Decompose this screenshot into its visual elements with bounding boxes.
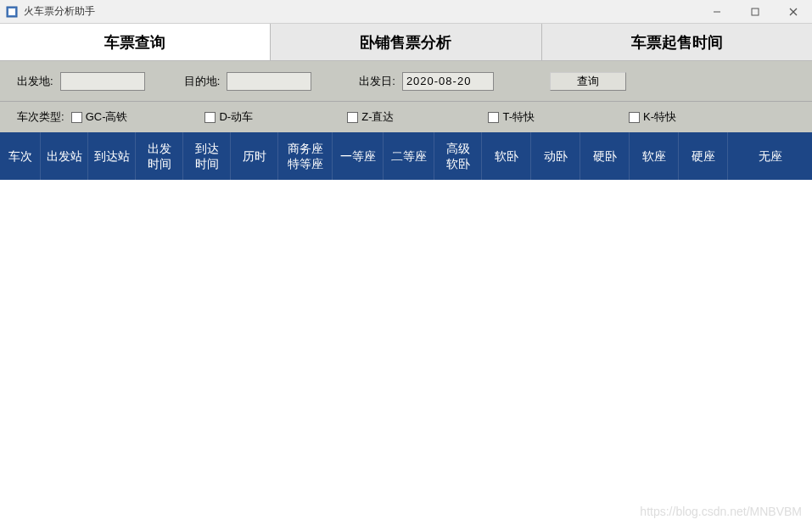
filter-d[interactable]: D-动车 [204,109,253,125]
date-label: 出发日: [359,74,395,89]
titlebar-left: 火车票分析助手 [5,4,95,19]
filter-label: D-动车 [219,109,253,125]
col-depart-time: 出发 时间 [136,132,183,180]
col-duration: 历时 [231,132,278,180]
tab-sale-time[interactable]: 车票起售时间 [542,24,812,60]
dest-label: 目的地: [184,74,221,89]
col-to-station: 到达站 [88,132,136,180]
col-motion-sleeper: 动卧 [531,132,580,180]
col-soft-seat: 软座 [630,132,679,180]
filter-label: Z-直达 [361,109,394,125]
checkbox-icon [204,112,216,123]
svg-rect-1 [8,8,15,15]
filter-bar: 车次类型: GC-高铁 D-动车 Z-直达 T-特快 K-特快 [0,102,812,132]
col-second-class: 二等座 [384,132,434,180]
tab-label: 卧铺售票分析 [360,32,451,53]
window-controls [697,0,812,24]
query-button[interactable]: 查询 [550,72,626,91]
filter-z[interactable]: Z-直达 [347,109,394,125]
watermark: https://blog.csdn.net/MNBVBM [640,505,802,518]
tab-ticket-query[interactable]: 车票查询 [0,24,271,60]
col-soft-sleeper: 软卧 [482,132,531,180]
checkbox-icon [347,112,358,123]
tab-label: 车票起售时间 [631,32,723,53]
main-tabs: 车票查询 卧铺售票分析 车票起售时间 [0,24,812,61]
close-button[interactable] [774,0,812,24]
col-from-station: 出发站 [41,132,88,180]
origin-label: 出发地: [17,74,53,89]
tab-label: 车票查询 [104,32,165,53]
results-table-header: 车次 出发站 到达站 出发 时间 到达 时间 历时 商务座 特等座 一等座 二等… [0,132,812,180]
filter-gc[interactable]: GC-高铁 [71,109,128,125]
filter-label: GC-高铁 [86,109,128,125]
col-business-seat: 商务座 特等座 [278,132,333,180]
col-train-no: 车次 [0,132,41,180]
col-no-seat: 无座 [728,132,812,180]
maximize-button[interactable] [736,0,774,24]
window-title: 火车票分析助手 [24,4,95,19]
checkbox-icon [488,112,499,123]
filter-label: T-特快 [502,109,535,125]
col-arrive-time: 到达 时间 [183,132,231,180]
checkbox-icon [71,112,82,123]
app-icon [5,5,19,19]
svg-rect-3 [752,8,759,15]
window-titlebar: 火车票分析助手 [0,0,812,24]
dest-input[interactable] [227,72,311,91]
search-bar: 出发地: 目的地: 出发日: 查询 [0,61,812,102]
checkbox-icon [629,112,640,123]
filter-t[interactable]: T-特快 [488,109,535,125]
filter-label: K-特快 [643,109,676,125]
train-type-label: 车次类型: [17,109,64,125]
minimize-button[interactable] [697,0,736,24]
col-superior-soft-sleeper: 高级 软卧 [434,132,482,180]
tab-sleeper-analysis[interactable]: 卧铺售票分析 [271,24,541,60]
filter-k[interactable]: K-特快 [629,109,676,125]
col-first-class: 一等座 [333,132,384,180]
col-hard-sleeper: 硬卧 [580,132,630,180]
col-hard-seat: 硬座 [679,132,728,180]
date-input[interactable] [402,72,494,91]
origin-input[interactable] [60,72,145,91]
results-table-body [0,180,812,519]
